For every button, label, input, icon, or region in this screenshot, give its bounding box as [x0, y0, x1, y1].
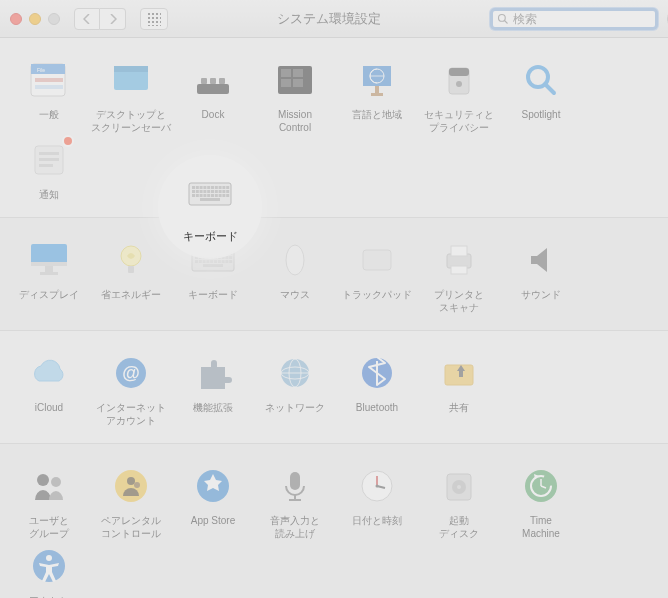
search-field[interactable] — [490, 8, 658, 30]
pref-item-accessibility[interactable]: アクセシ ビリティ — [8, 542, 90, 598]
pref-label: デスクトップと スクリーンセーバ — [91, 108, 171, 134]
security-icon — [437, 58, 481, 102]
svg-text:@: @ — [122, 363, 140, 383]
pref-item-sound[interactable]: サウンド — [500, 236, 582, 316]
pref-label: ペアレンタル コントロール — [101, 514, 161, 540]
svg-text:File: File — [37, 67, 45, 73]
svg-point-86 — [134, 482, 140, 488]
pref-item-icloud[interactable]: iCloud — [8, 349, 90, 429]
svg-rect-58 — [195, 260, 198, 263]
language-icon — [355, 58, 399, 102]
nav-buttons — [74, 8, 126, 30]
pref-item-security[interactable]: セキュリティと プライバシー — [418, 56, 500, 136]
svg-rect-30 — [39, 164, 53, 167]
pref-label: マウス — [280, 288, 310, 301]
svg-rect-56 — [225, 256, 228, 259]
svg-point-84 — [115, 470, 147, 502]
pref-item-users[interactable]: ユーザと グループ — [8, 462, 90, 542]
desktop-icon — [109, 58, 153, 102]
pref-item-internet[interactable]: @インターネット アカウント — [90, 349, 172, 429]
svg-rect-15 — [293, 69, 303, 77]
users-icon — [27, 464, 71, 508]
icloud-icon — [27, 351, 71, 395]
pref-item-keyboard[interactable]: キーボード — [172, 236, 254, 316]
show-all-button[interactable] — [140, 8, 168, 30]
pref-item-desktop[interactable]: デスクトップと スクリーンセーバ — [90, 56, 172, 136]
svg-point-83 — [51, 477, 61, 487]
bluetooth-icon — [355, 351, 399, 395]
pref-label: 一般 — [39, 108, 59, 121]
svg-rect-50 — [203, 256, 206, 259]
svg-rect-23 — [449, 68, 469, 76]
svg-rect-65 — [222, 260, 225, 263]
pref-item-bluetooth[interactable]: Bluetooth — [336, 349, 418, 429]
pref-item-appstore[interactable]: App Store — [172, 462, 254, 542]
pref-label: 言語と地域 — [352, 108, 402, 121]
svg-rect-6 — [35, 85, 63, 89]
svg-rect-8 — [114, 66, 148, 72]
svg-rect-88 — [290, 472, 300, 490]
keyboard-icon — [191, 238, 235, 282]
pref-label: ディスプレイ — [19, 288, 79, 301]
svg-rect-64 — [218, 260, 221, 263]
svg-rect-49 — [199, 256, 202, 259]
pref-item-network[interactable]: ネットワーク — [254, 349, 336, 429]
datetime-icon — [355, 464, 399, 508]
notifications-icon — [27, 138, 71, 182]
search-input[interactable] — [513, 12, 663, 26]
pref-label: インターネット アカウント — [96, 401, 166, 427]
pref-item-energy[interactable]: 省エネルギー — [90, 236, 172, 316]
pref-label: 通知 — [39, 188, 59, 201]
pref-item-timemachine[interactable]: Time Machine — [500, 462, 582, 542]
pref-item-language[interactable]: 言語と地域 — [336, 56, 418, 136]
internet-icon: @ — [109, 351, 153, 395]
pref-label: 省エネルギー — [101, 288, 161, 301]
pref-item-spotlight[interactable]: Spotlight — [500, 56, 582, 136]
pref-item-dock[interactable]: Dock — [172, 56, 254, 136]
mouse-icon — [273, 238, 317, 282]
pref-item-parental[interactable]: ペアレンタル コントロール — [90, 462, 172, 542]
pref-row: iCloud@インターネット アカウント機能拡張ネットワークBluetooth共… — [0, 331, 668, 444]
svg-rect-45 — [222, 252, 225, 255]
pref-item-mouse[interactable]: マウス — [254, 236, 336, 316]
parental-icon — [109, 464, 153, 508]
pref-item-general[interactable]: File一般 — [8, 56, 90, 136]
svg-line-26 — [545, 84, 554, 93]
svg-rect-41 — [206, 252, 209, 255]
svg-point-85 — [127, 477, 135, 485]
forward-button[interactable] — [100, 8, 126, 30]
svg-point-69 — [286, 245, 304, 275]
pref-item-printers[interactable]: プリンタと スキャナ — [418, 236, 500, 316]
svg-rect-67 — [229, 260, 232, 263]
pref-item-dictation[interactable]: 音声入力と 読み上げ — [254, 462, 336, 542]
svg-rect-40 — [203, 252, 206, 255]
pref-item-notifications[interactable]: 通知 — [8, 136, 90, 203]
pref-item-displays[interactable]: ディスプレイ — [8, 236, 90, 316]
pref-item-sharing[interactable]: 共有 — [418, 349, 500, 429]
pref-item-startup[interactable]: 起動 ディスク — [418, 462, 500, 542]
pref-item-extensions[interactable]: 機能拡張 — [172, 349, 254, 429]
search-icon — [497, 13, 509, 25]
svg-rect-33 — [45, 266, 53, 272]
startup-icon — [437, 464, 481, 508]
svg-rect-29 — [39, 158, 59, 161]
pref-label: Bluetooth — [356, 401, 398, 414]
dictation-icon — [273, 464, 317, 508]
timemachine-icon — [519, 464, 563, 508]
extensions-icon — [191, 351, 235, 395]
back-button[interactable] — [74, 8, 100, 30]
zoom-window-button[interactable] — [48, 13, 60, 25]
pref-label: Time Machine — [522, 514, 560, 540]
pref-item-datetime[interactable]: 日付と時刻 — [336, 462, 418, 542]
printers-icon — [437, 238, 481, 282]
svg-rect-54 — [218, 256, 221, 259]
pref-label: Spotlight — [522, 108, 561, 121]
pref-item-trackpad[interactable]: トラックパッド — [336, 236, 418, 316]
svg-rect-46 — [225, 252, 228, 255]
minimize-window-button[interactable] — [29, 13, 41, 25]
close-window-button[interactable] — [10, 13, 22, 25]
displays-icon — [27, 238, 71, 282]
window-title: システム環境設定 — [176, 10, 482, 28]
svg-rect-70 — [363, 250, 391, 270]
pref-item-mission[interactable]: Mission Control — [254, 56, 336, 136]
